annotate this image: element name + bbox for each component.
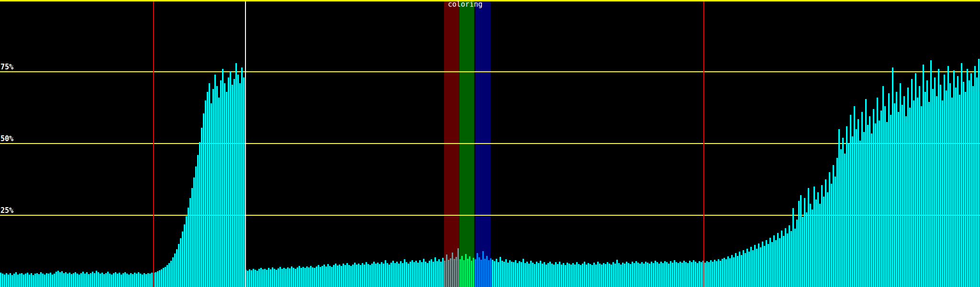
histogram-bar [710, 260, 712, 287]
histogram-bar [98, 272, 99, 287]
histogram-bar [450, 258, 451, 287]
histogram-bar [373, 262, 375, 287]
histogram-bar [132, 274, 134, 287]
histogram-bar [806, 212, 807, 287]
histogram-bar [768, 244, 769, 287]
histogram-bar [302, 267, 304, 287]
histogram-bar [17, 275, 19, 287]
histogram-bar [193, 177, 195, 287]
histogram-bar [362, 263, 363, 287]
histogram-bar [11, 275, 13, 287]
histogram-bar [262, 269, 264, 287]
histogram-bar [915, 73, 916, 287]
histogram-bar [662, 263, 664, 287]
histogram-bar [827, 192, 828, 287]
histogram-bar [938, 69, 939, 287]
histogram-bar [863, 132, 865, 287]
histogram-bar [833, 165, 834, 287]
histogram-bar [976, 77, 978, 287]
coloring-label: coloring [448, 0, 482, 8]
histogram-bar [345, 265, 346, 287]
histogram-bar [691, 262, 692, 287]
histogram-bar [289, 268, 290, 287]
histogram-bar [970, 73, 972, 287]
histogram-bar [377, 263, 379, 287]
histogram-bar [306, 266, 308, 287]
histogram-bar [78, 275, 80, 287]
histogram-bar [647, 263, 648, 287]
histogram-bar [63, 273, 65, 287]
histogram-bar [304, 268, 306, 287]
histogram-bar [766, 240, 767, 287]
histogram-bar [8, 275, 9, 287]
left-red-marker [153, 1, 154, 287]
histogram-bar [31, 273, 32, 287]
histogram-bar [660, 262, 662, 287]
histogram-bar [10, 273, 11, 287]
histogram-bar [580, 265, 581, 287]
histogram-bar [787, 233, 788, 287]
histogram-bar [92, 272, 93, 287]
histogram-bar [670, 261, 671, 287]
histogram-bar [718, 259, 719, 287]
histogram-bar [57, 271, 59, 287]
histogram-bar [590, 264, 591, 287]
histogram-bar [821, 185, 823, 287]
histogram-bar [73, 273, 74, 287]
histogram-bar [121, 275, 122, 287]
histogram-bar [794, 229, 796, 287]
histogram-bar [488, 260, 490, 287]
histogram-bar [813, 187, 815, 287]
histogram-bar [884, 106, 886, 287]
histogram-bar [456, 257, 457, 287]
histogram-bar [536, 262, 537, 287]
histogram-bar [674, 260, 675, 287]
histogram-bar [902, 105, 903, 287]
histogram-bar [505, 259, 507, 287]
histogram-bar [323, 265, 325, 287]
histogram-bar [201, 128, 202, 287]
histogram-bar [886, 122, 888, 287]
histogram-bar [645, 262, 646, 287]
histogram-bar [762, 242, 763, 287]
histogram-bar [720, 261, 721, 287]
histogram-bar [434, 257, 436, 287]
histogram-bar [609, 264, 610, 287]
histogram-bar [865, 99, 867, 287]
histogram-bar [230, 72, 231, 287]
histogram-bar [603, 263, 604, 287]
histogram-bar [320, 267, 321, 287]
histogram-bar [348, 265, 350, 287]
histogram-bar [145, 274, 147, 287]
histogram-bar [882, 86, 884, 287]
histogram-bar [482, 251, 484, 287]
histogram-bar [781, 231, 782, 287]
histogram-bar [94, 273, 95, 287]
histogram-bar [724, 258, 725, 287]
histogram-bar [712, 262, 713, 287]
histogram-bar [408, 264, 409, 287]
histogram-bar [354, 263, 356, 287]
histogram-bar [331, 267, 333, 287]
histogram-bar [318, 265, 319, 287]
histogram-bar [909, 108, 911, 287]
histogram-bar [565, 265, 566, 287]
histogram-bar [50, 273, 51, 287]
histogram-bar [220, 80, 222, 287]
histogram-bar [526, 262, 528, 287]
histogram-bar [209, 83, 210, 287]
histogram-bar [846, 126, 847, 287]
histogram-bar [293, 268, 294, 287]
histogram-bar [852, 136, 853, 287]
histogram-bar [65, 272, 67, 287]
histogram-bar [511, 262, 512, 287]
histogram-bar [122, 273, 124, 287]
histogram-bar [745, 253, 746, 287]
histogram-bar [477, 253, 478, 287]
histogram-bar [469, 256, 470, 287]
histogram-bar [163, 268, 164, 287]
histogram-bar [850, 115, 851, 287]
histogram-bar [750, 247, 752, 287]
histogram-bar [168, 263, 170, 287]
histogram-bar [339, 265, 340, 287]
